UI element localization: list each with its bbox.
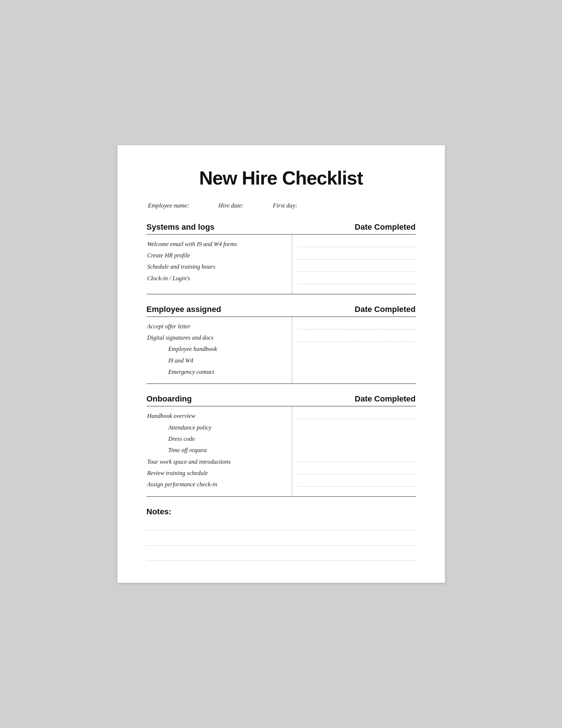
section-body-employee: Accept offer letter Digital signatures a…: [147, 317, 416, 384]
date-line: [298, 254, 416, 260]
section-header-onboarding: Onboarding Date Completed: [147, 394, 416, 407]
date-line: [298, 337, 416, 342]
date-line: [298, 279, 416, 284]
list-item: Dress code: [147, 433, 284, 444]
list-item: Digital signatures and docs: [147, 332, 284, 343]
notes-line: [147, 525, 416, 530]
notes-section: Notes:: [147, 507, 416, 561]
notes-title: Notes:: [147, 507, 416, 517]
date-line: [298, 324, 416, 329]
first-day-label: First day:: [273, 202, 298, 209]
list-item: Accept offer letter: [147, 321, 284, 332]
date-line: [298, 482, 416, 487]
date-line: [298, 414, 416, 419]
list-item: Assign performance check-in: [147, 479, 284, 490]
section-header-employee: Employee assigned Date Completed: [147, 305, 416, 317]
section-title-onboarding: Onboarding: [147, 394, 192, 404]
date-line: [298, 267, 416, 272]
dates-col-onboarding: [292, 407, 416, 496]
items-col-systems: Welcome email with I9 and W4 forms Creat…: [147, 235, 292, 294]
employee-info-row: Employee name: Hire date: First day:: [147, 202, 416, 209]
section-body-onboarding: Handbook overview Attendance policy Dres…: [147, 407, 416, 497]
notes-line: [147, 556, 416, 561]
section-header-systems: Systems and logs Date Completed: [147, 222, 416, 235]
document-page: New Hire Checklist Employee name: Hire d…: [117, 145, 445, 583]
list-item: Tour work space and introductions: [147, 456, 284, 467]
list-item: Time off request: [147, 444, 284, 456]
dates-col-employee: [292, 317, 416, 384]
list-item: Emergency contact: [147, 366, 284, 377]
section-date-employee: Date Completed: [355, 305, 415, 314]
section-systems-logs: Systems and logs Date Completed Welcome …: [147, 222, 416, 294]
list-item: Handbook overview: [147, 410, 284, 422]
section-title-systems: Systems and logs: [147, 222, 215, 232]
list-item: Attendance policy: [147, 422, 284, 433]
hire-date-label: Hire date:: [218, 202, 244, 209]
items-col-employee: Accept offer letter Digital signatures a…: [147, 317, 292, 384]
section-onboarding: Onboarding Date Completed Handbook overv…: [147, 394, 416, 497]
list-item: Review training schedule: [147, 467, 284, 479]
date-line: [298, 242, 416, 247]
list-item: Welcome email with I9 and W4 forms: [147, 238, 284, 250]
section-date-systems: Date Completed: [355, 222, 415, 232]
section-employee-assigned: Employee assigned Date Completed Accept …: [147, 305, 416, 384]
date-line: [298, 469, 416, 474]
list-item: Clock-in / Login's: [147, 273, 284, 284]
page-title: New Hire Checklist: [147, 167, 416, 189]
dates-col-systems: [292, 235, 416, 294]
items-col-onboarding: Handbook overview Attendance policy Dres…: [147, 407, 292, 496]
section-date-onboarding: Date Completed: [355, 394, 415, 404]
section-body-systems: Welcome email with I9 and W4 forms Creat…: [147, 235, 416, 294]
notes-line: [147, 541, 416, 546]
date-line: [298, 457, 416, 462]
list-item: Schedule and training hours: [147, 261, 284, 272]
list-item: Create HR profile: [147, 250, 284, 261]
list-item: I9 and W4: [147, 355, 284, 366]
notes-lines: [147, 525, 416, 561]
employee-name-label: Employee name:: [148, 202, 190, 209]
list-item: Employee handbook: [147, 343, 284, 355]
section-title-employee: Employee assigned: [147, 305, 221, 314]
